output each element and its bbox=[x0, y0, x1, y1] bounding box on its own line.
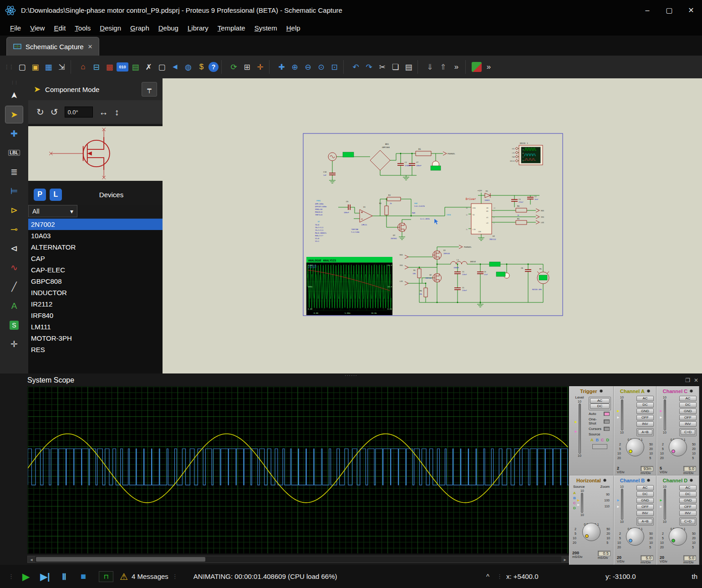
2d-marker-mode[interactable]: ✛ bbox=[5, 336, 23, 353]
ac-button[interactable]: AC bbox=[636, 485, 654, 491]
export-section-button[interactable]: ⇑ bbox=[437, 61, 449, 73]
cursors-toggle[interactable] bbox=[604, 427, 610, 431]
sum-button[interactable]: C+D bbox=[681, 519, 695, 524]
pcb-layout-button[interactable]: ▩ bbox=[103, 61, 116, 73]
slider-marker[interactable]: ► bbox=[616, 416, 620, 419]
source-c[interactable]: C bbox=[601, 438, 604, 442]
sum-button[interactable]: A+B bbox=[638, 519, 652, 524]
zoom-all-button[interactable]: ⊙ bbox=[315, 61, 327, 73]
inv-button[interactable]: INV bbox=[636, 421, 654, 427]
level-slider[interactable]: 10►►10 bbox=[659, 395, 670, 435]
off-button[interactable]: OFF bbox=[636, 415, 654, 420]
inv-button[interactable]: INV bbox=[679, 421, 697, 427]
schematic-sheet[interactable]: ANALOGUE ANALYSIS BR1GBPC808R5POSRAILC14… bbox=[303, 133, 563, 316]
level-slider[interactable]: 10►►10 bbox=[616, 395, 627, 435]
menu-template[interactable]: Template bbox=[213, 22, 250, 34]
paste-button[interactable]: ▤ bbox=[402, 61, 415, 73]
device-item-cap[interactable]: CAP bbox=[28, 253, 163, 264]
component-mode[interactable]: ➤ bbox=[5, 106, 23, 123]
slider-marker[interactable]: ► bbox=[574, 420, 578, 424]
mirror-vertical-icon[interactable]: ↕ bbox=[115, 107, 119, 118]
off-button[interactable]: OFF bbox=[636, 504, 654, 510]
gnd-button[interactable]: GND bbox=[679, 409, 697, 414]
menu-graph[interactable]: Graph bbox=[126, 22, 154, 34]
buses-mode[interactable]: ⊨ bbox=[5, 183, 23, 199]
device-item-gbpc808[interactable]: GBPC808 bbox=[28, 276, 163, 287]
slider-marker[interactable]: ► bbox=[616, 505, 620, 509]
device-item-motor-3ph[interactable]: MOTOR-3PH bbox=[28, 332, 163, 344]
mirror-horizontal-icon[interactable]: ↔ bbox=[99, 107, 108, 118]
dc-button[interactable]: DC bbox=[679, 491, 697, 497]
simulation-log-icon[interactable]: ⊓ bbox=[99, 571, 113, 582]
dc-button[interactable]: DC bbox=[636, 491, 654, 497]
trigger-source-box[interactable] bbox=[592, 444, 607, 449]
source-b[interactable]: B bbox=[596, 438, 599, 442]
device-item-lm111[interactable]: LM111 bbox=[28, 321, 163, 332]
library-button[interactable]: L bbox=[50, 189, 62, 201]
menu-design[interactable]: Design bbox=[95, 22, 126, 34]
rotate-ccw-icon[interactable]: ↺ bbox=[51, 107, 58, 118]
slider-marker[interactable]: ► bbox=[659, 499, 663, 502]
rotate-cw-icon[interactable]: ↻ bbox=[36, 107, 44, 118]
cut-button[interactable]: ✂ bbox=[376, 61, 388, 73]
gnd-button[interactable]: GND bbox=[636, 498, 654, 503]
pin-panel-icon[interactable]: ┯ bbox=[142, 82, 157, 97]
sum-button[interactable]: C+D bbox=[681, 429, 695, 435]
level-slider[interactable]: 10►►10 bbox=[577, 489, 588, 517]
vdiv-knob[interactable] bbox=[626, 438, 644, 456]
terminals-mode[interactable]: ⊳ bbox=[5, 202, 23, 219]
scope-close-icon[interactable]: ✕ bbox=[694, 377, 698, 383]
2d-text-mode[interactable]: A bbox=[5, 297, 23, 314]
bill-of-materials-button[interactable]: $ bbox=[195, 61, 208, 73]
close-button[interactable]: ✕ bbox=[680, 0, 702, 20]
vdiv-knob[interactable] bbox=[669, 527, 687, 546]
device-item-alternator[interactable]: ALTERNATOR bbox=[28, 241, 163, 253]
tab-schematic-capture[interactable]: Schematic Capture ✕ bbox=[6, 37, 99, 56]
design-explorer-button[interactable]: ▤ bbox=[129, 61, 142, 73]
redo-button[interactable]: ↷ bbox=[363, 61, 375, 73]
minimize-button[interactable]: – bbox=[636, 0, 658, 20]
menu-library[interactable]: Library bbox=[183, 22, 213, 34]
copy-button[interactable]: ❏ bbox=[389, 61, 402, 73]
more-tools-button-2[interactable]: » bbox=[483, 61, 495, 73]
pick-devices-button[interactable]: P bbox=[34, 189, 46, 201]
stop-button[interactable]: ■ bbox=[75, 568, 92, 585]
menu-debug[interactable]: Debug bbox=[154, 22, 183, 34]
off-button[interactable]: OFF bbox=[679, 504, 697, 510]
toggle-grid-button[interactable]: ⊞ bbox=[241, 61, 253, 73]
home-page-button[interactable]: ⌂ bbox=[77, 61, 89, 73]
selection-mode[interactable]: ➤ bbox=[5, 87, 23, 104]
timebase-knob[interactable] bbox=[582, 523, 600, 541]
source-a[interactable]: A bbox=[590, 438, 594, 442]
dc-button[interactable]: DC bbox=[636, 402, 654, 408]
menu-system[interactable]: System bbox=[250, 22, 282, 34]
web-search-button[interactable]: ◍ bbox=[182, 61, 194, 73]
schematic-canvas[interactable]: ANALOGUE ANALYSIS BR1GBPC808R5POSRAILC14… bbox=[163, 78, 702, 373]
rotation-input[interactable] bbox=[65, 107, 93, 118]
slider-marker[interactable]: ► bbox=[659, 505, 663, 509]
gnd-button[interactable]: GND bbox=[679, 498, 697, 503]
menu-view[interactable]: View bbox=[25, 22, 49, 34]
selection-filter-button[interactable]: ✗ bbox=[142, 61, 155, 73]
schematic-capture-button[interactable]: ⊟ bbox=[90, 61, 102, 73]
zoom-area-button[interactable]: ⊡ bbox=[328, 61, 341, 73]
2d-symbol-mode[interactable]: S bbox=[5, 317, 23, 333]
slider-marker[interactable]: ► bbox=[616, 499, 620, 502]
scope-horizontal-scrollbar[interactable]: ◂ ▸ bbox=[27, 556, 569, 563]
device-item-2n7002[interactable]: 2N7002 bbox=[28, 219, 163, 230]
menu-edit[interactable]: Edit bbox=[49, 22, 70, 34]
inv-button[interactable]: INV bbox=[636, 511, 654, 516]
splitter-handle[interactable]: ······ bbox=[345, 373, 357, 378]
graph-mode[interactable]: ∿ bbox=[5, 259, 23, 276]
vdiv-knob[interactable] bbox=[669, 438, 687, 456]
source-d[interactable]: D bbox=[573, 506, 576, 511]
ac-button[interactable]: AC bbox=[590, 398, 610, 404]
messages-link[interactable]: 4 Messages bbox=[132, 573, 168, 580]
vdiv-knob[interactable] bbox=[626, 527, 644, 546]
slider-marker[interactable]: ► bbox=[574, 430, 578, 434]
sum-button[interactable]: A+B bbox=[638, 429, 652, 435]
inv-button[interactable]: INV bbox=[679, 511, 697, 516]
diagnose-button[interactable] bbox=[472, 62, 482, 72]
source-b[interactable]: B bbox=[573, 496, 576, 501]
scroll-right-icon[interactable]: ▸ bbox=[561, 556, 569, 562]
